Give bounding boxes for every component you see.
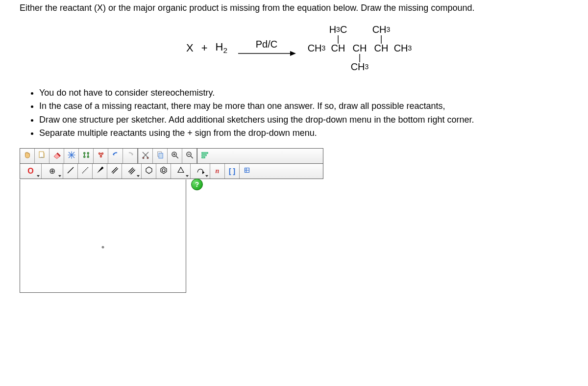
open-button[interactable]	[35, 149, 49, 163]
open-icon	[38, 151, 47, 161]
settings-icon	[200, 151, 209, 161]
help-button[interactable]: ?	[191, 179, 203, 190]
charge-dropdown[interactable]: ⊕	[42, 164, 63, 179]
triple-bond-icon	[127, 166, 136, 176]
instruction-item: You do not have to consider stereochemis…	[39, 87, 580, 99]
svg-point-9	[83, 153, 85, 154]
triple-bond-dropdown[interactable]	[122, 164, 142, 179]
redo-button[interactable]	[123, 149, 138, 163]
svg-line-28	[176, 156, 178, 159]
zoom-in-icon	[171, 151, 179, 161]
center-icon	[97, 151, 105, 161]
svg-point-12	[87, 156, 89, 158]
svg-rect-35	[202, 155, 206, 156]
svg-rect-26	[159, 154, 163, 159]
label-n-button[interactable]: n	[210, 164, 225, 179]
instruction-item: Draw one structure per sketcher. Add add…	[39, 114, 580, 126]
svg-rect-2	[39, 152, 44, 158]
optimize-button[interactable]	[79, 149, 94, 163]
snowflake-icon	[67, 151, 76, 161]
svg-point-16	[101, 153, 103, 154]
redo-icon	[126, 151, 135, 161]
zoom-out-button[interactable]	[182, 149, 197, 163]
bracket-icon: [ ]	[229, 167, 235, 175]
question-prompt: Either the reactant (X) or the major org…	[20, 2, 580, 14]
svg-rect-34	[202, 153, 208, 154]
bracket-button[interactable]: [ ]	[225, 164, 240, 179]
cut-button[interactable]	[138, 149, 153, 163]
reaction-equation: X + H2 Pd/C H3C | CH3	[20, 24, 580, 72]
svg-marker-46	[161, 167, 167, 174]
product-structure: H3C | CH3 | CH3 CH CH CH CH3	[306, 24, 414, 72]
svg-line-43	[129, 169, 134, 173]
erase-button[interactable]	[49, 149, 64, 163]
svg-marker-21	[113, 153, 114, 156]
svg-marker-48	[178, 167, 184, 173]
undo-button[interactable]	[108, 149, 123, 163]
svg-point-11	[83, 156, 85, 158]
svg-line-32	[191, 156, 193, 159]
benzene-button[interactable]	[156, 164, 171, 179]
settings-button[interactable]	[197, 149, 212, 163]
wedge-bond-button[interactable]	[93, 164, 107, 179]
svg-point-17	[100, 156, 101, 157]
center-button[interactable]	[94, 149, 108, 163]
structure-sketcher: O ⊕	[20, 148, 323, 293]
wedge-bond-icon	[96, 166, 104, 176]
ring-dropdown[interactable]	[171, 164, 191, 179]
charge-plus-icon: ⊕	[49, 166, 55, 176]
svg-line-38	[82, 167, 88, 173]
svg-line-42	[128, 168, 133, 172]
svg-line-19	[101, 154, 102, 156]
h2-reactant: H2	[216, 41, 227, 55]
zoom-in-button[interactable]	[168, 149, 182, 163]
svg-point-15	[98, 153, 100, 154]
svg-marker-1	[290, 51, 296, 56]
svg-line-18	[99, 154, 100, 156]
cyclohexane-icon	[145, 166, 153, 176]
misc-button[interactable]	[240, 164, 254, 179]
reaction-arrow-dropdown[interactable]	[191, 164, 210, 179]
plus-sign: +	[201, 42, 208, 54]
cycloprop-icon	[176, 166, 185, 176]
clean-button[interactable]	[64, 149, 79, 163]
toolbar-row-2: O ⊕	[20, 164, 323, 179]
hand-tool-button[interactable]	[20, 149, 35, 163]
reaction-arrow: Pd/C	[237, 39, 296, 58]
atom-label: O	[27, 167, 33, 176]
svg-line-44	[130, 170, 135, 175]
instruction-item: Separate multiple reactants using the + …	[39, 127, 580, 139]
canvas-center-dot	[102, 246, 104, 248]
double-bond-button[interactable]	[107, 164, 122, 179]
svg-marker-45	[146, 167, 152, 174]
optimize-icon	[82, 151, 91, 161]
atom-dropdown[interactable]: O	[20, 164, 42, 179]
zoom-out-icon	[185, 151, 194, 161]
double-bond-icon	[110, 166, 119, 176]
curved-arrow-icon	[196, 166, 205, 176]
benzene-icon	[159, 166, 168, 176]
svg-marker-22	[132, 153, 133, 156]
instruction-item: In the case of a missing reactant, there…	[39, 100, 580, 112]
svg-line-37	[68, 167, 74, 173]
instruction-list: You do not have to consider stereochemis…	[20, 87, 580, 139]
svg-point-24	[147, 157, 148, 159]
help-icon: ?	[195, 180, 199, 188]
cut-icon	[141, 151, 150, 161]
misc-icon	[243, 166, 251, 176]
recessed-bond-icon	[81, 166, 90, 176]
arrow-condition-label: Pd/C	[256, 39, 277, 50]
single-bond-button[interactable]	[63, 164, 78, 179]
single-bond-icon	[66, 166, 75, 176]
svg-point-10	[87, 153, 89, 154]
recessed-bond-button[interactable]	[78, 164, 93, 179]
svg-point-23	[143, 157, 144, 159]
toolbar-row-1	[20, 149, 323, 164]
svg-rect-36	[202, 157, 205, 158]
drawing-canvas[interactable]	[20, 180, 186, 293]
svg-point-47	[162, 169, 165, 172]
label-n-icon: n	[216, 167, 220, 175]
copy-button[interactable]	[153, 149, 168, 163]
cyclohexane-button[interactable]	[142, 164, 156, 179]
eraser-icon	[52, 151, 61, 161]
